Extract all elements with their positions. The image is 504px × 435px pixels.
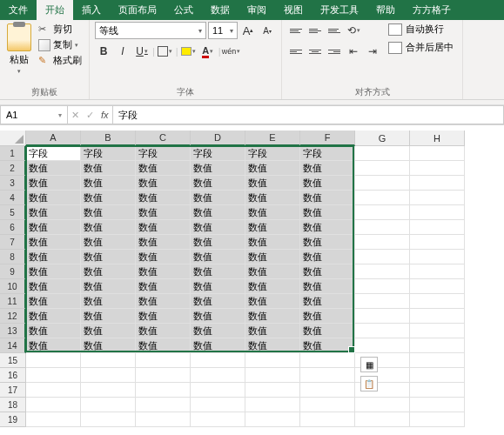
cell[interactable]: 数值 xyxy=(81,309,136,324)
cell[interactable]: 数值 xyxy=(81,294,136,309)
cell[interactable]: 数值 xyxy=(245,191,300,205)
cell[interactable] xyxy=(410,368,465,383)
cell[interactable]: 数值 xyxy=(300,235,355,250)
column-header[interactable]: G xyxy=(355,130,410,146)
column-header[interactable]: E xyxy=(245,130,300,146)
cell[interactable]: 数值 xyxy=(300,250,355,264)
cell[interactable]: 数值 xyxy=(245,161,300,176)
cell[interactable]: 数值 xyxy=(191,205,245,220)
row-header[interactable]: 7 xyxy=(0,235,26,250)
row-header[interactable]: 19 xyxy=(0,412,26,427)
cell[interactable]: 数值 xyxy=(245,324,300,338)
cell[interactable] xyxy=(410,412,465,427)
cell[interactable] xyxy=(410,191,465,205)
cell[interactable] xyxy=(191,353,245,368)
row-header[interactable]: 9 xyxy=(0,264,26,279)
cell[interactable]: 字段 xyxy=(81,146,136,161)
menu-tab-1[interactable]: 开始 xyxy=(37,0,73,20)
cell[interactable] xyxy=(410,235,465,250)
cell[interactable] xyxy=(136,383,191,398)
cell[interactable] xyxy=(245,353,300,368)
cell[interactable] xyxy=(26,383,81,398)
cell[interactable]: 数值 xyxy=(26,264,81,279)
cell[interactable]: 数值 xyxy=(81,205,136,220)
cell[interactable] xyxy=(410,250,465,264)
cell[interactable]: 数值 xyxy=(136,235,191,250)
cell[interactable] xyxy=(81,398,136,412)
row-header[interactable]: 11 xyxy=(0,294,26,309)
cell[interactable] xyxy=(355,398,410,412)
cell[interactable] xyxy=(300,412,355,427)
increase-indent-button[interactable]: ⇥ xyxy=(364,43,381,60)
column-header[interactable]: B xyxy=(81,130,136,146)
cell[interactable] xyxy=(355,338,410,353)
column-header[interactable]: A xyxy=(26,130,81,146)
align-left-button[interactable] xyxy=(287,43,305,60)
cell[interactable]: 数值 xyxy=(300,205,355,220)
decrease-font-button[interactable]: A▾ xyxy=(259,22,276,39)
cell[interactable] xyxy=(410,294,465,309)
copy-button[interactable]: 复制 ▾ xyxy=(37,37,84,52)
fx-icon[interactable]: fx xyxy=(101,110,109,120)
cell[interactable] xyxy=(245,398,300,412)
menu-tab-7[interactable]: 视图 xyxy=(275,0,312,20)
row-header[interactable]: 14 xyxy=(0,338,26,353)
cell[interactable]: 字段 xyxy=(245,146,300,161)
cell[interactable]: 数值 xyxy=(81,235,136,250)
row-header[interactable]: 1 xyxy=(0,146,26,161)
cell[interactable]: 数值 xyxy=(191,191,245,205)
cell[interactable]: 数值 xyxy=(191,161,245,176)
merge-center-button[interactable]: 合并后居中 xyxy=(385,40,457,55)
row-header[interactable]: 12 xyxy=(0,309,26,324)
cell[interactable] xyxy=(191,398,245,412)
menu-tab-9[interactable]: 帮助 xyxy=(367,0,404,20)
cell[interactable] xyxy=(136,398,191,412)
cell[interactable]: 数值 xyxy=(245,235,300,250)
column-header[interactable]: C xyxy=(136,130,191,146)
row-header[interactable]: 13 xyxy=(0,324,26,338)
cell[interactable]: 数值 xyxy=(26,205,81,220)
font-name-combo[interactable]: 等线▾ xyxy=(95,22,206,39)
orientation-button[interactable]: ⟲ xyxy=(345,22,362,39)
paste-options-button[interactable]: 📋 xyxy=(360,376,378,392)
menu-tab-5[interactable]: 数据 xyxy=(202,0,239,20)
cell[interactable] xyxy=(300,353,355,368)
cancel-icon[interactable]: ✕ xyxy=(71,110,79,121)
cell[interactable] xyxy=(355,250,410,264)
cell[interactable]: 字段 xyxy=(136,146,191,161)
row-header[interactable]: 15 xyxy=(0,353,26,368)
cell[interactable]: 数值 xyxy=(136,294,191,309)
cell[interactable]: 数值 xyxy=(136,161,191,176)
cell[interactable]: 数值 xyxy=(81,264,136,279)
cell[interactable]: 数值 xyxy=(300,338,355,353)
cell[interactable]: 数值 xyxy=(136,191,191,205)
cell[interactable]: 数值 xyxy=(245,250,300,264)
cell[interactable] xyxy=(245,383,300,398)
cell[interactable]: 数值 xyxy=(81,279,136,294)
confirm-icon[interactable]: ✓ xyxy=(86,110,94,121)
cell[interactable]: 数值 xyxy=(136,264,191,279)
menu-tab-0[interactable]: 文件 xyxy=(0,0,37,20)
row-header[interactable]: 5 xyxy=(0,205,26,220)
cell[interactable]: 数值 xyxy=(191,309,245,324)
cell[interactable] xyxy=(410,220,465,235)
cell[interactable] xyxy=(410,338,465,353)
cell[interactable]: 数值 xyxy=(300,191,355,205)
cell[interactable] xyxy=(26,412,81,427)
cell[interactable] xyxy=(245,412,300,427)
format-painter-button[interactable]: ✎ 格式刷 xyxy=(37,53,84,68)
cell[interactable] xyxy=(355,220,410,235)
cell[interactable] xyxy=(355,412,410,427)
cell[interactable] xyxy=(300,398,355,412)
cell[interactable]: 数值 xyxy=(191,250,245,264)
cell[interactable]: 数值 xyxy=(136,205,191,220)
menu-tab-8[interactable]: 开发工具 xyxy=(312,0,367,20)
cell[interactable]: 数值 xyxy=(81,338,136,353)
decrease-indent-button[interactable]: ⇤ xyxy=(345,43,362,60)
row-header[interactable]: 4 xyxy=(0,191,26,205)
name-box[interactable]: A1 ▾ xyxy=(0,105,68,124)
align-middle-button[interactable] xyxy=(306,22,324,39)
cell[interactable] xyxy=(410,146,465,161)
cell[interactable] xyxy=(355,294,410,309)
menu-tab-2[interactable]: 插入 xyxy=(73,0,110,20)
